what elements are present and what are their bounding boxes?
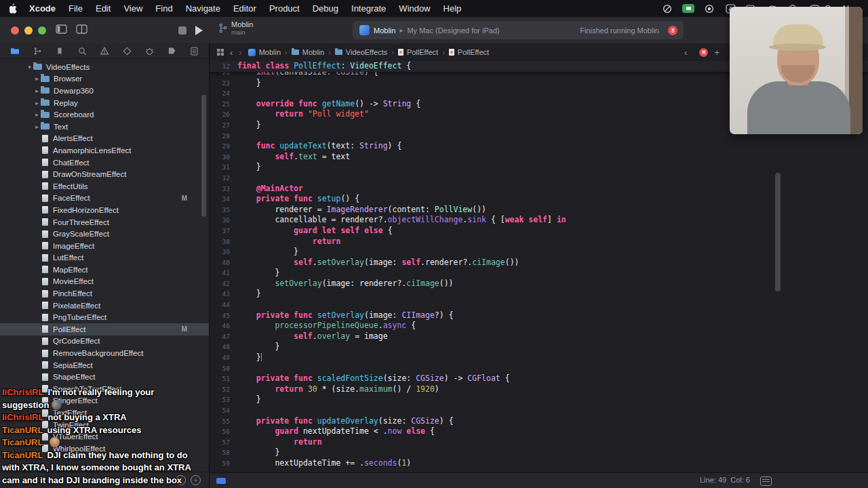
- code-line-36[interactable]: 36 cancellable = renderer?.objectWillCha…: [210, 215, 868, 226]
- window-close-button[interactable]: [11, 26, 19, 35]
- scheme-selector[interactable]: Moblin: [374, 26, 395, 35]
- disclosure-chevron-icon[interactable]: ▸: [33, 111, 41, 118]
- disclosure-chevron-icon[interactable]: ▾: [26, 64, 33, 70]
- sidebar-item-effectutils[interactable]: EffectUtils: [0, 180, 209, 192]
- line-number[interactable]: 23: [210, 78, 237, 89]
- sidebar-item-grayscaleeffect[interactable]: GrayScaleEffect: [0, 228, 209, 240]
- line-number[interactable]: 56: [210, 426, 237, 437]
- source-control-summary[interactable]: Moblin main: [218, 20, 253, 36]
- line-number[interactable]: 28: [210, 131, 237, 142]
- sidebar-item-movieeffect[interactable]: MovieEffect: [0, 276, 209, 288]
- error-count-badge[interactable]: 3: [668, 26, 677, 35]
- code-line-32[interactable]: 32: [210, 173, 868, 184]
- code-line-34[interactable]: 34 private func setup() {: [210, 194, 868, 205]
- sidebar-item-imageeffect[interactable]: ImageEffect: [0, 240, 209, 252]
- run-destination-selector[interactable]: My Mac (Designed for iPad): [407, 26, 499, 35]
- history-forward-icon[interactable]: ›: [239, 47, 241, 58]
- screen-sharing-icon[interactable]: [682, 3, 694, 14]
- project-navigator-icon[interactable]: [10, 46, 20, 56]
- menubar-item-navigate[interactable]: Navigate: [186, 3, 220, 14]
- sidebar-item-luteffect[interactable]: LutEffect: [0, 252, 209, 264]
- issues-navigator-icon[interactable]: [100, 46, 109, 56]
- menubar-item-edit[interactable]: Edit: [96, 3, 111, 14]
- line-number[interactable]: 47: [210, 331, 237, 342]
- line-number[interactable]: 43: [210, 289, 237, 300]
- line-number[interactable]: 50: [210, 363, 237, 374]
- code-line-51[interactable]: 51 private func scaledFontSize(size: CGS…: [210, 373, 868, 384]
- line-number[interactable]: 24: [210, 88, 237, 99]
- sidebar-item-alertseffect[interactable]: AlertsEffect: [0, 133, 209, 145]
- code-line-48[interactable]: 48 }: [210, 342, 868, 352]
- line-number[interactable]: 31: [210, 162, 237, 173]
- code-line-46[interactable]: 46 processorPipelineQueue.async {: [210, 321, 868, 331]
- breadcrumb-item-polleffect[interactable]: PollEffect: [449, 48, 489, 56]
- line-number[interactable]: 35: [210, 205, 237, 216]
- apple-menu-icon[interactable]: [9, 3, 18, 14]
- line-number[interactable]: 25: [210, 99, 237, 110]
- add-editor-icon[interactable]: +: [714, 47, 719, 58]
- sidebar-item-sepiaeffect[interactable]: SepiaEffect: [0, 359, 209, 371]
- code-line-40[interactable]: 40 self.setOverlay(image: self.renderer?…: [210, 258, 868, 268]
- code-line-29[interactable]: 29 func updateText(text: String) {: [210, 141, 868, 152]
- code-line-31[interactable]: 31 }: [210, 162, 868, 173]
- menubar-item-window[interactable]: Window: [399, 3, 430, 14]
- breadcrumb-item-moblin[interactable]: Moblin: [292, 48, 324, 56]
- line-number[interactable]: 54: [210, 405, 237, 416]
- breadcrumb-item-polleffect[interactable]: PollEffect: [398, 48, 438, 56]
- sidebar-item-anamorphiclenseffect[interactable]: AnamorphicLensEffect: [0, 144, 209, 157]
- line-number[interactable]: 59: [210, 458, 237, 469]
- code-line-44[interactable]: 44: [210, 300, 868, 310]
- menubar-item-file[interactable]: File: [68, 3, 83, 14]
- line-number[interactable]: 32: [210, 173, 237, 184]
- code-line-58[interactable]: 58 }: [210, 447, 868, 458]
- disclosure-chevron-icon[interactable]: ▸: [33, 75, 41, 82]
- sidebar-item-shapeeffect[interactable]: ShapeEffect: [0, 371, 209, 383]
- code-line-53[interactable]: 53 }: [210, 394, 868, 405]
- code-line-39[interactable]: 39 }: [210, 247, 868, 258]
- line-number[interactable]: 45: [210, 310, 237, 321]
- line-number[interactable]: 51: [210, 373, 237, 384]
- line-number[interactable]: 29: [210, 141, 237, 152]
- disclosure-chevron-icon[interactable]: ▸: [33, 87, 41, 94]
- sidebar-item-text[interactable]: ▸Text: [0, 121, 209, 133]
- bookmarks-navigator-icon[interactable]: [55, 46, 64, 56]
- code-line-43[interactable]: 43 }: [210, 289, 868, 300]
- menubar-item-product[interactable]: Product: [269, 3, 300, 14]
- code-line-37[interactable]: 37 guard let self else {: [210, 226, 868, 237]
- reports-navigator-icon[interactable]: [189, 46, 199, 56]
- code-line-56[interactable]: 56 guard nextUpdateTime < .now else {: [210, 426, 868, 437]
- record-icon[interactable]: [703, 3, 715, 14]
- run-button[interactable]: [195, 26, 203, 35]
- line-number[interactable]: 44: [210, 300, 237, 310]
- code-line-35[interactable]: 35 renderer = ImageRenderer(content: Pol…: [210, 205, 868, 216]
- sidebar-item-polleffect[interactable]: PollEffectM: [0, 323, 209, 336]
- sidebar-item-videoeffects[interactable]: ▾VideoEffects: [0, 61, 209, 73]
- code-line-41[interactable]: 41 }: [210, 268, 868, 279]
- sidebar-item-removebackgroundeffect[interactable]: RemoveBackgroundEffect: [0, 347, 209, 359]
- line-number[interactable]: 55: [210, 416, 237, 427]
- code-line-55[interactable]: 55 private func updateOverlay(size: CGSi…: [210, 416, 868, 427]
- line-number[interactable]: 49: [210, 352, 237, 363]
- menubar-item-editor[interactable]: Editor: [233, 3, 256, 14]
- sidebar-item-qrcodeeffect[interactable]: QrCodeEffect: [0, 336, 209, 348]
- sidebar-item-mapeffect[interactable]: MapEffect: [0, 264, 209, 276]
- sidebar-item-replay[interactable]: ▸Replay: [0, 97, 209, 109]
- sidebar-item-chateffect[interactable]: ChatEffect: [0, 157, 209, 169]
- line-number[interactable]: 36: [210, 215, 237, 226]
- adjust-editor-icon[interactable]: [760, 476, 772, 486]
- sidebar-item-fixedhorizoneffect[interactable]: FixedHorizonEffect: [0, 204, 209, 216]
- sidebar-item-pincheffect[interactable]: PinchEffect: [0, 287, 209, 300]
- code-line-52[interactable]: 52 return 30 * (size.maximum() / 1920): [210, 384, 868, 395]
- sidebar-item-pixelateeffect[interactable]: PixelateEffect: [0, 300, 209, 312]
- line-number[interactable]: 12: [210, 61, 237, 72]
- menubar-item-debug[interactable]: Debug: [313, 3, 338, 14]
- sidebar-item-drawonstreameffect[interactable]: DrawOnStreamEffect: [0, 168, 209, 180]
- sidebar-item-scoreboard[interactable]: ▸Scoreboard: [0, 108, 209, 121]
- menubar-item-help[interactable]: Help: [443, 3, 462, 14]
- line-number[interactable]: 27: [210, 120, 237, 131]
- menubar-item-find[interactable]: Find: [155, 3, 172, 14]
- privacy-indicator-icon[interactable]: [661, 3, 673, 14]
- find-navigator-icon[interactable]: [77, 46, 87, 56]
- related-items-icon[interactable]: [216, 48, 224, 56]
- line-number[interactable]: 37: [210, 226, 237, 237]
